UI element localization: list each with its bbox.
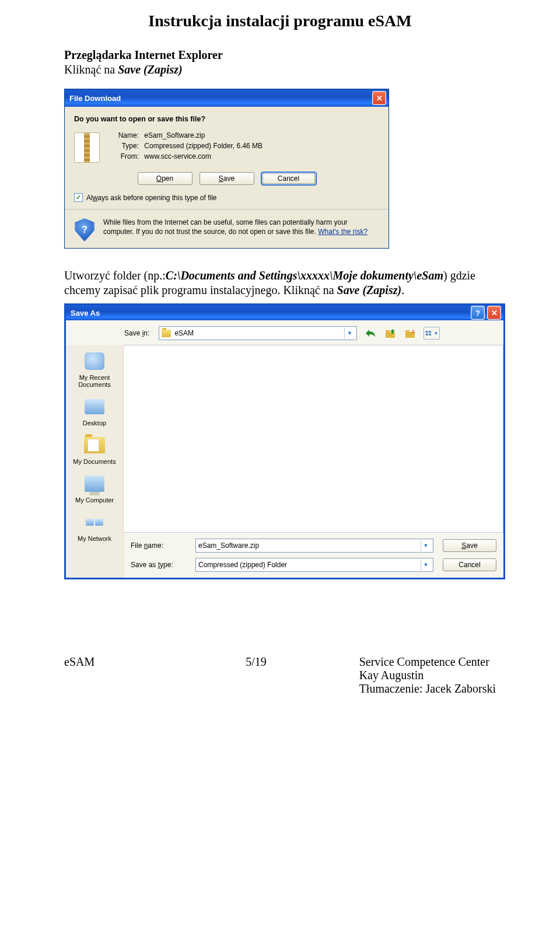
my-computer-icon (85, 476, 104, 492)
from-label: From: (110, 152, 142, 160)
zip-file-icon (74, 132, 100, 163)
place-documents[interactable]: My Documents (68, 435, 121, 465)
open-button[interactable]: Open (138, 172, 192, 185)
filename-value: eSam_Software.zip (198, 541, 259, 550)
always-ask-checkbox-row[interactable]: ✓ Always ask before opening this type of… (74, 193, 379, 202)
savetype-combo[interactable]: Compressed (zipped) Folder ▼ (195, 558, 433, 572)
savetype-value: Compressed (zipped) Folder (198, 561, 287, 569)
chevron-down-icon[interactable]: ▼ (344, 327, 354, 339)
warning-text: While files from the Internet can be use… (103, 218, 379, 236)
place-recent[interactable]: My Recent Documents (68, 351, 121, 388)
para-browser-line2b: Save (Zapisz) (118, 63, 183, 76)
svg-rect-9 (426, 334, 428, 336)
svg-rect-1 (386, 330, 390, 332)
help-icon[interactable]: ? (471, 306, 485, 320)
my-network-icon (84, 513, 105, 531)
name-label: Name: (110, 131, 142, 139)
save-in-value: eSAM (174, 329, 194, 337)
svg-point-5 (414, 332, 415, 333)
saveas-toolbar: Save in: eSAM ▼ ▼ (66, 320, 503, 345)
type-label: Type: (110, 142, 142, 150)
dialog-question: Do you want to open or save this file? (74, 115, 379, 123)
saveas-title: Save As (71, 309, 468, 317)
name-value: eSam_Software.zip (144, 131, 205, 139)
place-network[interactable]: My Network (68, 512, 121, 542)
para-browser: Przeglądarka Internet Explorer Kliknąć n… (64, 48, 496, 77)
para-browser-strong: Przeglądarka Internet Explorer (64, 48, 223, 61)
save-button[interactable]: Save (200, 172, 254, 185)
svg-rect-10 (429, 334, 431, 336)
shield-icon: ? (74, 218, 95, 242)
my-documents-icon (84, 437, 105, 453)
svg-rect-7 (426, 331, 428, 333)
new-folder-icon[interactable] (404, 327, 416, 339)
doc-title: Instrukcja instalacji programu eSAM (64, 12, 496, 30)
filename-label: File name: (131, 541, 186, 550)
checkbox-icon[interactable]: ✓ (74, 193, 83, 202)
p2b: C:\Documents and Settings\xxxxx\Moje dok… (166, 269, 443, 282)
from-value: www.scc-service.com (144, 152, 211, 160)
filename-input[interactable]: eSam_Software.zip ▼ (195, 539, 433, 553)
save-in-label: Save in: (124, 329, 149, 337)
svg-rect-0 (386, 332, 395, 338)
para-create-folder: Utworzyć folder (np.:C:\Documents and Se… (64, 268, 496, 298)
svg-rect-2 (405, 332, 415, 338)
chevron-down-icon: ▼ (433, 331, 438, 336)
close-icon[interactable]: ✕ (487, 306, 501, 320)
chevron-down-icon[interactable]: ▼ (421, 540, 430, 551)
chevron-down-icon[interactable]: ▼ (421, 559, 430, 571)
recent-documents-icon (85, 352, 104, 370)
saveas-titlebar[interactable]: Save As ? ✕ (66, 305, 503, 320)
svg-point-6 (411, 332, 412, 333)
footer-page-number: 5/19 (246, 655, 267, 696)
cancel-button[interactable]: Cancel (261, 172, 316, 185)
place-computer[interactable]: My Computer (68, 473, 121, 504)
footer-left: eSAM (64, 655, 94, 696)
whats-the-risk-link[interactable]: What's the risk? (318, 228, 368, 236)
svg-point-4 (412, 330, 414, 332)
views-icon[interactable]: ▼ (424, 327, 440, 340)
close-icon[interactable]: ✕ (372, 91, 386, 105)
svg-rect-8 (429, 331, 431, 333)
dialog-title: File Download (69, 94, 370, 103)
save-button[interactable]: Save (443, 539, 496, 552)
folder-icon (162, 330, 171, 337)
places-bar: My Recent Documents Desktop My Documents… (66, 345, 124, 578)
p2a: Utworzyć folder (np.: (64, 269, 166, 282)
page-footer: eSAM 5/19 Service Competence Center Kay … (64, 655, 496, 696)
dialog-titlebar[interactable]: File Download ✕ (65, 89, 388, 107)
file-list-area[interactable] (124, 345, 503, 533)
p2e: . (401, 284, 404, 296)
place-desktop[interactable]: Desktop (68, 396, 121, 427)
type-value: Compressed (zipped) Folder, 6.46 MB (144, 142, 262, 150)
para-browser-line2a: Kliknąć na (64, 63, 118, 76)
svg-rect-3 (405, 330, 410, 332)
savetype-label: Save as type: (131, 561, 186, 569)
always-ask-label: Always ask before opening this type of f… (86, 194, 216, 202)
footer-right: Service Competence Center Kay Augustin T… (359, 655, 496, 696)
file-download-dialog: File Download ✕ Do you want to open or s… (64, 89, 389, 249)
p2d: Save (Zapisz) (337, 284, 402, 296)
save-in-combo[interactable]: eSAM ▼ (159, 326, 357, 340)
back-icon[interactable] (364, 327, 377, 339)
up-one-level-icdy-icon[interactable] (384, 327, 397, 339)
save-as-dialog: Save As ? ✕ Save in: eSAM ▼ ▼ My Recent … (64, 303, 505, 579)
file-info: Name: eSam_Software.zip Type: Compressed… (110, 131, 262, 163)
desktop-icon (85, 399, 104, 414)
cancel-button[interactable]: Cancel (443, 558, 496, 571)
